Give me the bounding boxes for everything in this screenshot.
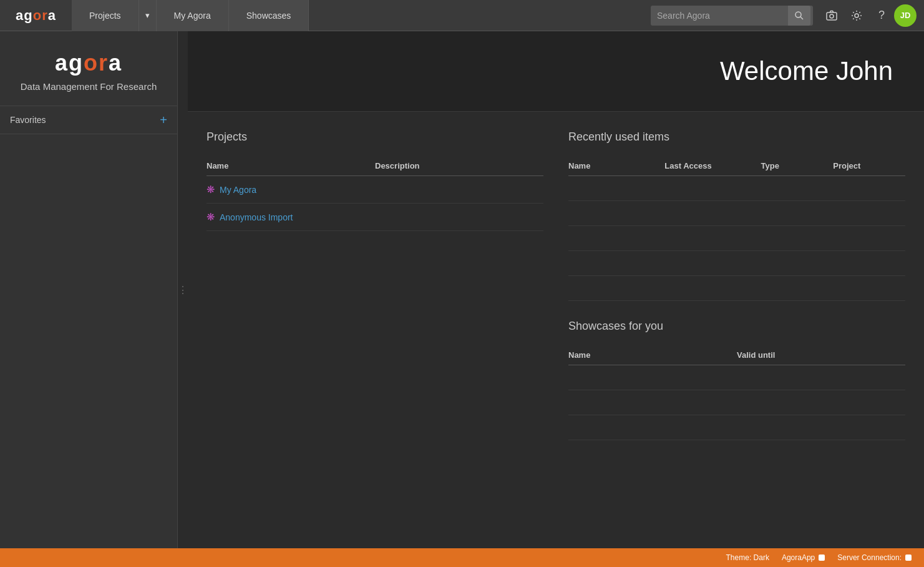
recently-used-section: Recently used items Name Last Access Typ…: [568, 131, 905, 301]
showcases-nav-button[interactable]: Showcases: [229, 0, 309, 31]
showcases-header: Name Valid until: [568, 345, 905, 365]
add-favorite-button[interactable]: +: [160, 114, 167, 126]
project-link-anonymous[interactable]: ❋ Anonymous Import: [207, 211, 375, 223]
help-icon-button[interactable]: ?: [869, 0, 894, 31]
col-description-header: Description: [375, 161, 543, 170]
recently-used-table: Name Last Access Type Project: [568, 156, 905, 301]
main-content: Welcome John Projects Name Description ❋…: [188, 31, 924, 548]
sidebar: agora Data Management For Research Favor…: [0, 31, 178, 548]
myagora-nav-button[interactable]: My Agora: [157, 0, 229, 31]
server-label: Server Connection:: [837, 553, 902, 562]
content-area: Projects Name Description ❋ My Agora: [188, 112, 924, 440]
showcase-col-name: Name: [568, 350, 737, 360]
showcases-title: Showcases for you: [568, 320, 905, 333]
server-info: Server Connection:: [837, 553, 912, 562]
table-row: [568, 276, 905, 301]
welcome-heading: Welcome John: [219, 56, 893, 86]
svg-point-3: [830, 14, 834, 18]
top-navigation: agora Projects ▾ My Agora Showcases ? JD: [0, 0, 924, 31]
projects-title: Projects: [207, 131, 543, 144]
right-panel: Recently used items Name Last Access Typ…: [568, 131, 905, 440]
projects-table-header: Name Description: [207, 156, 543, 176]
app-layout: agora Data Management For Research Favor…: [0, 31, 924, 548]
favorites-section: Favorites +: [0, 106, 177, 134]
nav-logo: agora: [0, 7, 72, 24]
projects-nav-button[interactable]: Projects: [72, 0, 139, 31]
question-icon: ?: [878, 9, 885, 22]
table-row: [568, 390, 905, 415]
table-row: ❋ My Agora: [207, 176, 543, 204]
table-row: [568, 251, 905, 276]
col-name-header: Name: [207, 161, 375, 170]
project-link-myagora[interactable]: ❋ My Agora: [207, 184, 375, 195]
svg-rect-2: [827, 12, 837, 20]
recently-used-header: Name Last Access Type Project: [568, 156, 905, 176]
table-row: [568, 365, 905, 390]
theme-label: Theme: Dark: [726, 553, 769, 562]
camera-icon-button[interactable]: [819, 0, 844, 31]
welcome-banner: Welcome John: [188, 31, 924, 112]
sidebar-brand: agora Data Management For Research: [0, 31, 177, 106]
project-icon: ❋: [207, 184, 215, 195]
search-icon: [794, 11, 804, 21]
showcase-col-valid: Valid until: [737, 350, 905, 360]
sidebar-resize-handle[interactable]: ⋮: [178, 271, 188, 308]
camera-icon: [825, 9, 838, 22]
user-avatar[interactable]: JD: [894, 4, 917, 27]
recent-col-type: Type: [761, 161, 834, 170]
project-icon-2: ❋: [207, 211, 215, 223]
showcases-table: Name Valid until: [568, 345, 905, 440]
showcases-panel: Showcases for you Name Valid until: [568, 320, 905, 440]
projects-panel: Projects Name Description ❋ My Agora: [207, 131, 543, 440]
table-row: ❋ Anonymous Import: [207, 204, 543, 231]
app-info: AgoraApp: [782, 553, 825, 562]
favorites-label: Favorites: [10, 115, 46, 125]
svg-line-1: [800, 17, 803, 19]
table-row: [568, 176, 905, 201]
brand-logo: agora: [12, 50, 165, 76]
recent-col-name: Name: [568, 161, 664, 170]
table-row: [568, 226, 905, 251]
table-row: [568, 201, 905, 226]
nav-logo-text: agora: [16, 7, 56, 24]
bottom-bar: Theme: Dark AgoraApp Server Connection:: [0, 548, 924, 567]
gear-icon: [851, 10, 862, 21]
app-status-indicator: [819, 555, 825, 561]
svg-point-0: [795, 12, 801, 17]
projects-dropdown-button[interactable]: ▾: [139, 0, 157, 31]
projects-table: Name Description ❋ My Agora ❋ Anonym: [207, 156, 543, 231]
search-input[interactable]: [651, 11, 788, 21]
settings-icon-button[interactable]: [844, 0, 869, 31]
search-button[interactable]: [788, 6, 810, 26]
brand-subtitle: Data Management For Research: [12, 80, 165, 93]
table-row: [568, 415, 905, 440]
search-bar: [651, 6, 813, 26]
recent-col-project: Project: [833, 161, 905, 170]
svg-point-4: [855, 14, 858, 17]
app-label: AgoraApp: [782, 553, 815, 562]
server-status-indicator: [905, 555, 912, 561]
theme-info: Theme: Dark: [726, 553, 769, 562]
recently-used-title: Recently used items: [568, 131, 905, 144]
recent-col-access: Last Access: [664, 161, 761, 170]
